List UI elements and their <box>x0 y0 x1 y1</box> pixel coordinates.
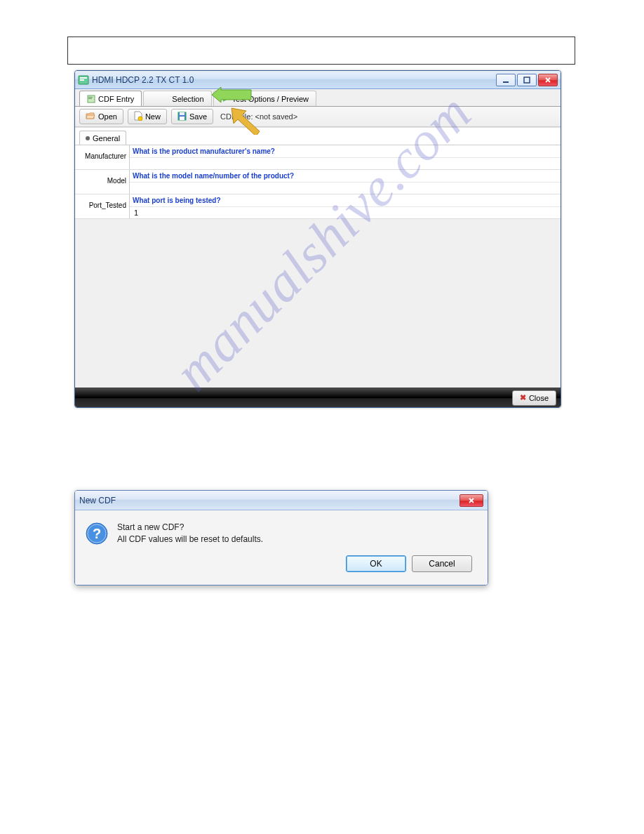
maximize-button[interactable] <box>517 74 537 86</box>
tab-cdf-entry[interactable]: CDF Entry <box>79 91 142 106</box>
button-label: Open <box>98 112 117 121</box>
bullet-icon <box>86 136 90 140</box>
open-button[interactable]: Open <box>79 109 123 124</box>
main-app-window: HDMI HDCP 2.2 TX CT 1.0 CDF Entry Select… <box>74 70 561 408</box>
minimize-button[interactable] <box>496 74 516 86</box>
arrow-to-new-button <box>228 107 263 135</box>
form-icon <box>87 95 95 103</box>
field-row-port: Port_Tested What port is being tested? 1 <box>75 194 561 219</box>
dialog-titlebar: New CDF <box>75 491 488 510</box>
field-question: What is the model name/number of the pro… <box>130 170 561 183</box>
main-tabstrip: CDF Entry Selection Test Options / Previ… <box>75 89 561 106</box>
tab-label: Selection <box>172 95 203 103</box>
model-input[interactable] <box>130 183 561 194</box>
tab-selection[interactable]: Selection <box>143 91 211 106</box>
field-label: Manufacturer <box>75 145 130 169</box>
svg-text:?: ? <box>93 526 101 541</box>
close-button-label: Close <box>529 394 549 402</box>
dialog-line2: All CDF values will be reset to defaults… <box>117 534 263 545</box>
ok-button[interactable]: OK <box>346 555 406 572</box>
svg-rect-7 <box>88 98 92 99</box>
svg-point-8 <box>138 117 142 121</box>
form-empty-area <box>75 219 561 388</box>
arrow-to-cdf-tab <box>210 87 253 102</box>
svg-rect-3 <box>503 81 509 83</box>
new-file-icon <box>134 111 142 122</box>
subtab-general[interactable]: General <box>79 131 126 145</box>
dialog-line1: Start a new CDF? <box>117 522 263 534</box>
new-cdf-dialog: New CDF ? Start a new CDF? All CDF value… <box>74 490 488 585</box>
dialog-title-text: New CDF <box>79 496 116 505</box>
svg-rect-1 <box>80 77 87 79</box>
question-icon: ? <box>85 522 109 545</box>
field-label: Model <box>75 170 130 194</box>
manufacturer-input[interactable] <box>130 158 561 169</box>
field-question: What is the product manufacturer's name? <box>130 145 561 158</box>
cdf-form: Manufacturer What is the product manufac… <box>75 145 561 219</box>
port-input[interactable]: 1 <box>130 207 561 218</box>
window-client-area: CDF Entry Selection Test Options / Previ… <box>75 89 561 407</box>
cancel-button[interactable]: Cancel <box>412 555 472 572</box>
window-controls <box>495 74 558 86</box>
field-row-model: Model What is the model name/number of t… <box>75 170 561 194</box>
svg-rect-2 <box>80 79 84 81</box>
dialog-x-button[interactable] <box>459 494 483 507</box>
tab-label: CDF Entry <box>98 95 134 103</box>
svg-rect-6 <box>88 97 93 98</box>
save-icon <box>177 112 187 122</box>
button-label: New <box>145 112 161 121</box>
close-button[interactable]: ✖ Close <box>512 390 556 406</box>
svg-rect-11 <box>180 117 185 120</box>
dialog-body: ? Start a new CDF? All CDF values will b… <box>75 510 488 585</box>
window-close-button[interactable] <box>538 74 558 86</box>
toolbar: Open New Save CDF File: <not saved> <box>75 106 561 127</box>
new-button[interactable]: New <box>128 109 167 124</box>
app-icon <box>78 74 89 86</box>
folder-open-icon <box>86 112 95 121</box>
window-titlebar: HDMI HDCP 2.2 TX CT 1.0 <box>75 71 561 89</box>
window-title: HDMI HDCP 2.2 TX CT 1.0 <box>92 75 495 85</box>
svg-rect-4 <box>524 77 530 83</box>
sub-tabstrip: General <box>75 127 561 145</box>
bottom-bar: ✖ Close <box>75 388 561 407</box>
field-question: What port is being tested? <box>130 194 561 207</box>
svg-rect-10 <box>180 112 185 115</box>
field-label: Port_Tested <box>75 194 130 218</box>
field-row-manufacturer: Manufacturer What is the product manufac… <box>75 145 561 170</box>
subtab-label: General <box>93 134 120 143</box>
document-blank-box <box>67 37 575 65</box>
close-x-icon: ✖ <box>520 393 526 402</box>
button-label: Save <box>189 112 207 121</box>
dialog-message: Start a new CDF? All CDF values will be … <box>117 522 263 545</box>
save-button[interactable]: Save <box>171 109 213 124</box>
